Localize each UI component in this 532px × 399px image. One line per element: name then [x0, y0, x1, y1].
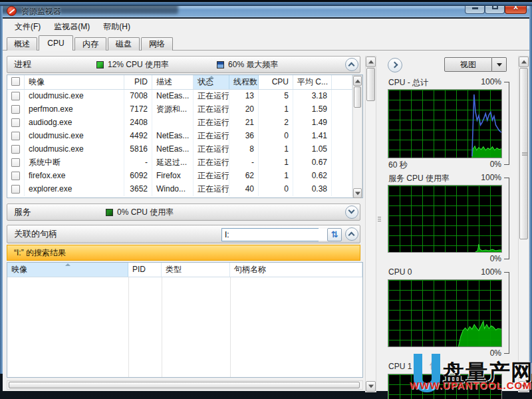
chevron-down-icon: [348, 207, 355, 214]
pane-splitter-grip[interactable]: [378, 217, 381, 217]
cell-avg: 0.62: [293, 170, 332, 183]
table-row[interactable]: perfmon.exe7172资源和...正在运行2011.59: [7, 103, 352, 116]
column-header-desc[interactable]: 描述: [152, 75, 194, 89]
header-checkbox-cell: [7, 75, 25, 89]
table-row[interactable]: explorer.exe3652Windo...正在运行4000.38: [7, 183, 352, 196]
processes-collapse-button[interactable]: [345, 58, 358, 71]
scrollbar-thumb[interactable]: [519, 68, 528, 239]
row-checkbox-cell: [7, 116, 25, 130]
left-pane-scrollbar[interactable]: [365, 56, 376, 392]
select-all-checkbox[interactable]: [11, 77, 20, 86]
graph-max-label: 100%: [462, 77, 501, 86]
cell-status: 正在运行: [194, 103, 229, 116]
table-row[interactable]: firefox.exe6092Firefox正在运行6210.62: [7, 170, 352, 183]
graph-title: CPU - 总计: [388, 77, 428, 88]
menu-item-1[interactable]: 监视器(M): [49, 20, 95, 34]
column-header-type[interactable]: 类型: [162, 263, 230, 277]
scroll-down-button[interactable]: [366, 381, 376, 392]
hscrollbar-thumb[interactable]: [9, 382, 360, 388]
tab-网络[interactable]: 网络: [141, 37, 173, 51]
cell-pid: 4492: [124, 130, 152, 143]
cell-desc: Firefox: [152, 170, 194, 183]
menu-item-2[interactable]: 帮助(H): [98, 20, 136, 34]
cell-cpu: 1: [259, 143, 293, 156]
cpu-graph: [388, 89, 502, 158]
expand-pane-button[interactable]: [388, 58, 402, 72]
cell-filler: [332, 130, 352, 143]
handles-search-input[interactable]: [222, 229, 331, 241]
services-cpu-usage-label: 0% CPU 使用率: [117, 207, 174, 218]
tab-CPU[interactable]: CPU: [39, 35, 73, 51]
window-border-left: [0, 0, 3, 374]
cell-filler: [332, 183, 352, 196]
row-checkbox[interactable]: [11, 172, 20, 180]
column-header-handle-name[interactable]: 句柄名称: [230, 263, 362, 277]
tab-内存[interactable]: 内存: [74, 37, 106, 51]
tab-概述[interactable]: 概述: [7, 37, 37, 51]
row-checkbox[interactable]: [11, 145, 20, 154]
cell-image: cloudmusic.exe: [25, 130, 124, 143]
tab-磁盘[interactable]: 磁盘: [108, 37, 140, 51]
views-button[interactable]: 视图: [444, 57, 492, 72]
table-row[interactable]: cloudmusic.exe4492NetEas...正在运行3601.41: [7, 130, 352, 143]
scroll-up-button[interactable]: [519, 57, 529, 67]
scrollbar-thumb[interactable]: [366, 68, 375, 101]
views-dropdown-button[interactable]: [492, 57, 507, 72]
row-checkbox[interactable]: [11, 158, 20, 167]
processes-scrollbar[interactable]: [352, 75, 362, 198]
graph-max-label: 100%: [462, 173, 501, 182]
chevron-up-icon: [348, 63, 355, 69]
table-row[interactable]: 系统中断-延迟过...正在运行-10.67: [7, 156, 352, 170]
column-header-image[interactable]: 映像: [7, 263, 128, 277]
search-handles-button[interactable]: ⇅: [327, 228, 342, 241]
column-header-image[interactable]: 映像: [25, 75, 124, 89]
handles-table-header: 映像 PID 类型 句柄名称: [7, 263, 362, 277]
chevron-right-icon: [392, 62, 398, 68]
cell-threads: 40: [229, 183, 259, 196]
right-pane-scrollbar[interactable]: [518, 56, 529, 392]
column-header-filler: [332, 75, 352, 89]
graph-title: CPU 1: [388, 362, 412, 371]
arrow-down-icon: [368, 385, 374, 388]
arrow-up-icon: [355, 79, 360, 82]
scroll-up-button[interactable]: [353, 76, 362, 86]
row-checkbox[interactable]: [11, 132, 20, 140]
column-header-status[interactable]: 状态: [194, 75, 229, 89]
cell-image: perfmon.exe: [25, 103, 124, 116]
column-header-cpu[interactable]: CPU: [259, 75, 293, 89]
row-checkbox-cell: [7, 170, 25, 183]
column-header-pid[interactable]: PID: [128, 263, 162, 277]
column-separator: [128, 277, 129, 377]
column-header-avg[interactable]: 平均 C...: [293, 75, 332, 89]
row-checkbox[interactable]: [11, 185, 20, 194]
row-checkbox[interactable]: [11, 105, 20, 114]
column-header-pid[interactable]: PID: [124, 75, 152, 89]
row-checkbox[interactable]: [11, 118, 20, 127]
cell-threads: 20: [229, 103, 259, 116]
scroll-down-button[interactable]: [353, 188, 362, 198]
services-section-header[interactable]: 服务 0% CPU 使用率: [7, 203, 360, 221]
scroll-up-button[interactable]: [366, 57, 376, 67]
row-checkbox-cell: [7, 156, 25, 170]
processes-section-header[interactable]: 进程 12% CPU 使用率 60% 最大频率: [7, 56, 360, 73]
services-expand-button[interactable]: [345, 205, 358, 219]
row-checkbox-cell: [7, 143, 25, 156]
table-row[interactable]: cloudmusic.exe5816NetEas...正在运行811.05: [7, 143, 352, 156]
handles-collapse-button[interactable]: [345, 227, 358, 241]
graph-max-label: 100%: [462, 267, 501, 277]
cell-pid: 6092: [124, 170, 152, 183]
table-row[interactable]: audiodg.exe2408正在运行2121.49: [7, 116, 352, 130]
graph-min-label: 0%: [462, 254, 501, 263]
handles-hscrollbar[interactable]: [7, 380, 363, 390]
cell-pid: -: [124, 156, 152, 170]
table-row[interactable]: cloudmusic.exe7008NetEas...正在运行1353.18: [7, 90, 352, 103]
cell-filler: [332, 116, 352, 130]
row-checkbox[interactable]: [11, 92, 20, 100]
column-header-threads[interactable]: 线程数: [229, 75, 259, 89]
cell-filler: [332, 170, 352, 183]
arrow-up-icon: [368, 61, 374, 64]
scrollbar-thumb[interactable]: [354, 86, 361, 108]
menu-item-0[interactable]: 文件(F): [9, 20, 46, 34]
cell-image: explorer.exe: [25, 183, 124, 196]
cell-filler: [332, 103, 352, 116]
